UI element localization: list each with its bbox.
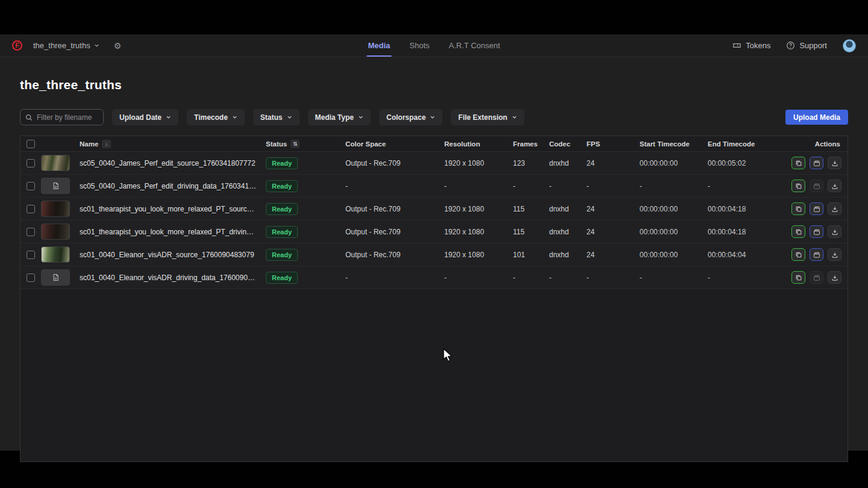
filter-colorspace[interactable]: Colorspace: [379, 109, 442, 125]
media-name: sc01_thearapist_you_look_more_relaxed_PT…: [80, 205, 266, 213]
resolution-value: -: [444, 182, 513, 190]
start-timecode-value: 00:00:00:00: [640, 228, 708, 236]
tokens-label: Tokens: [746, 41, 770, 50]
tab-media[interactable]: Media: [366, 34, 391, 57]
tab-shots[interactable]: Shots: [408, 34, 430, 57]
row-checkbox[interactable]: [27, 205, 35, 213]
start-timecode-value: 00:00:00:00: [640, 251, 708, 259]
frames-value: 115: [513, 228, 549, 236]
project-switcher[interactable]: the_three_truths: [33, 41, 99, 50]
row-checkbox[interactable]: [27, 251, 35, 259]
download-icon: [831, 251, 838, 258]
user-avatar[interactable]: [843, 39, 856, 52]
col-header-resolution: Resolution: [444, 140, 513, 148]
filter-upload-date[interactable]: Upload Date: [112, 109, 178, 125]
fps-value: 24: [587, 205, 640, 213]
table-row[interactable]: sc01_thearapist_you_look_more_relaxed_PT…: [20, 221, 848, 243]
frames-value: -: [513, 274, 549, 282]
download-button[interactable]: [828, 271, 841, 284]
clapperboard-icon: [813, 205, 820, 213]
download-button[interactable]: [828, 248, 841, 261]
resolution-value: 1920 x 1080: [444, 251, 513, 259]
copy-button[interactable]: [791, 157, 805, 169]
clapper-button[interactable]: [810, 157, 823, 169]
filter-timecode[interactable]: Timecode: [187, 109, 245, 125]
media-thumbnail[interactable]: [41, 201, 70, 217]
color-space-value: -: [345, 182, 444, 190]
status-badge: Ready: [266, 180, 298, 192]
search-box: [20, 109, 104, 125]
filter-status[interactable]: Status: [253, 109, 300, 125]
color-space-value: Output - Rec.709: [345, 205, 444, 213]
filter-status-icon[interactable]: ⇅: [291, 140, 300, 148]
question-circle-icon: [786, 41, 795, 50]
media-thumbnail[interactable]: [41, 269, 70, 286]
flawless-logo-icon[interactable]: F: [12, 40, 22, 51]
resolution-value: 1920 x 1080: [444, 159, 513, 167]
copy-icon: [795, 228, 802, 236]
tab-art-consent[interactable]: A.R.T Consent: [448, 34, 502, 57]
copy-icon: [795, 183, 802, 190]
row-checkbox[interactable]: [27, 274, 35, 282]
table-row[interactable]: sc05_0040_James_Perf_edit_driving_data_1…: [20, 175, 848, 198]
col-header-fps: FPS: [587, 140, 640, 148]
media-thumbnail[interactable]: [41, 178, 70, 194]
table-row[interactable]: sc01_0040_Eleanor_visADR_driving_data_17…: [20, 266, 848, 289]
copy-button[interactable]: [791, 248, 805, 261]
media-name: sc05_0040_James_Perf_edit_driving_data_1…: [80, 182, 266, 190]
clapper-button[interactable]: [810, 202, 823, 215]
fps-value: -: [587, 274, 640, 282]
copy-button[interactable]: [791, 271, 805, 284]
select-all-checkbox[interactable]: [27, 140, 35, 148]
fps-value: 24: [587, 159, 640, 167]
end-timecode-value: 00:00:05:02: [708, 159, 773, 167]
start-timecode-value: 00:00:00:00: [640, 205, 708, 213]
copy-icon: [795, 251, 802, 258]
row-checkbox[interactable]: [27, 228, 35, 236]
status-badge: Ready: [266, 249, 298, 261]
col-header-status: Status: [266, 140, 287, 148]
download-button[interactable]: [828, 180, 841, 192]
support-link[interactable]: Support: [786, 41, 827, 50]
row-checkbox[interactable]: [27, 159, 35, 167]
copy-button[interactable]: [791, 202, 805, 215]
codec-value: -: [549, 274, 587, 282]
download-icon: [831, 160, 838, 167]
upload-media-button[interactable]: Upload Media: [785, 110, 848, 125]
media-name: sc01_0040_Eleanor_visADR_driving_data_17…: [80, 274, 266, 282]
gear-icon[interactable]: ⚙: [114, 41, 122, 51]
tokens-link[interactable]: Tokens: [732, 41, 770, 50]
media-thumbnail[interactable]: [41, 246, 70, 263]
filter-media-type[interactable]: Media Type: [308, 109, 371, 125]
ticket-icon: [732, 41, 741, 50]
download-button[interactable]: [828, 225, 841, 238]
chevron-down-icon: [430, 114, 435, 120]
chevron-down-icon: [166, 114, 171, 120]
download-button[interactable]: [828, 157, 841, 169]
download-button[interactable]: [828, 202, 841, 215]
sort-name-icon[interactable]: ↓: [102, 140, 111, 148]
clapper-button[interactable]: [810, 225, 823, 238]
codec-value: dnxhd: [549, 251, 587, 259]
end-timecode-value: 00:00:04:18: [708, 228, 773, 236]
clapper-button: [810, 271, 823, 284]
copy-button[interactable]: [791, 225, 805, 238]
end-timecode-value: -: [708, 274, 773, 282]
download-icon: [831, 274, 838, 281]
table-row[interactable]: sc01_thearapist_you_look_more_relaxed_PT…: [20, 198, 848, 221]
search-icon: [25, 114, 33, 121]
filter-file-extension[interactable]: File Extension: [451, 109, 524, 125]
data-file-icon: [52, 274, 60, 281]
clapper-button[interactable]: [810, 248, 823, 261]
filename-filter-input[interactable]: [37, 113, 98, 122]
codec-value: dnxhd: [549, 228, 587, 236]
table-row[interactable]: sc05_0040_James_Perf_edit_source_1760341…: [20, 152, 848, 175]
media-thumbnail[interactable]: [41, 224, 70, 240]
copy-button[interactable]: [791, 180, 805, 192]
frames-value: 123: [513, 159, 549, 167]
media-thumbnail[interactable]: [41, 155, 70, 171]
clapperboard-icon: [813, 160, 820, 167]
row-checkbox[interactable]: [27, 182, 35, 190]
copy-icon: [795, 205, 802, 213]
table-row[interactable]: sc01_0040_Eleanor_visADR_source_17600904…: [20, 243, 848, 266]
